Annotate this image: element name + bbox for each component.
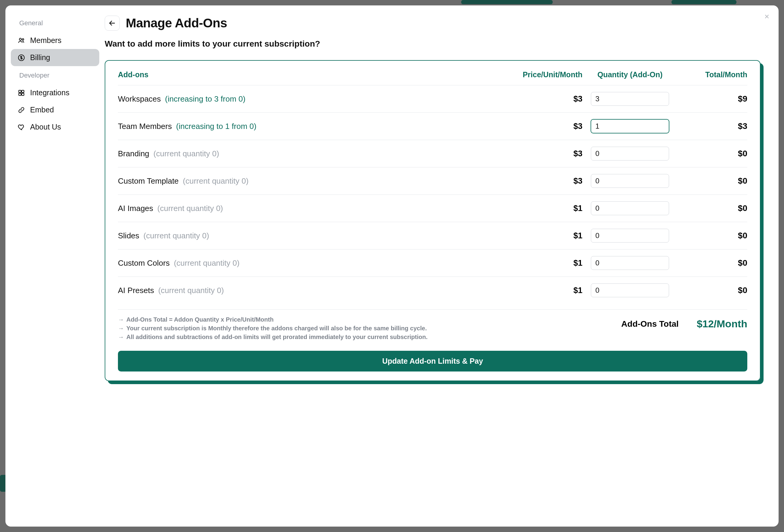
table-row: AI Presets(current quantity 0)$1$0 xyxy=(118,277,747,304)
quantity-input[interactable] xyxy=(591,229,669,242)
addon-total: $0 xyxy=(675,286,747,295)
sidebar-item-about-us[interactable]: About Us xyxy=(11,118,99,136)
link-icon xyxy=(18,106,25,114)
users-icon xyxy=(18,37,25,45)
svg-point-0 xyxy=(19,38,21,40)
table-row: Branding(current quantity 0)$3$0 xyxy=(118,140,747,168)
addon-total: $9 xyxy=(675,94,747,104)
footnote-text: Add-Ons Total = Addon Quantity x Price/U… xyxy=(127,316,274,323)
addon-total: $0 xyxy=(675,258,747,268)
addon-note: (current quantity 0) xyxy=(143,231,209,240)
quantity-input[interactable] xyxy=(591,256,669,270)
integrations-icon xyxy=(18,89,25,97)
table-header: Add-ons Price/Unit/Month Quantity (Add-O… xyxy=(118,70,747,85)
quantity-input[interactable] xyxy=(591,284,669,297)
dollar-circle-icon xyxy=(18,54,25,62)
addon-price: $3 xyxy=(507,176,585,186)
sidebar-item-integrations[interactable]: Integrations xyxy=(11,84,99,101)
svg-rect-3 xyxy=(19,90,21,93)
sidebar: General Members Billing Developer Integr… xyxy=(5,5,105,527)
quantity-stepper xyxy=(591,256,669,270)
heart-icon xyxy=(18,123,25,131)
addon-total: $0 xyxy=(675,149,747,158)
addon-price: $3 xyxy=(507,122,585,131)
quantity-input[interactable] xyxy=(591,147,669,160)
addon-note: (current quantity 0) xyxy=(174,259,240,267)
arrow-icon: → xyxy=(118,334,124,341)
arrow-icon: → xyxy=(118,325,124,332)
footnote-text: Your current subscription is Monthly the… xyxy=(127,325,427,332)
quantity-stepper xyxy=(591,201,669,215)
addon-price: $3 xyxy=(507,94,585,104)
addon-price: $3 xyxy=(507,149,585,158)
table-row: Custom Colors(current quantity 0)$1$0 xyxy=(118,249,747,277)
totals: Add-Ons Total $12/Month xyxy=(621,318,747,330)
table-row: Workspaces(increasing to 3 from 0)$3$9 xyxy=(118,85,747,113)
quantity-input[interactable] xyxy=(591,92,669,106)
quantity-input[interactable] xyxy=(591,202,669,215)
arrow-icon: → xyxy=(118,316,124,323)
modal: General Members Billing Developer Integr… xyxy=(5,5,779,527)
addon-name: AI Images xyxy=(118,204,153,213)
backdrop-button xyxy=(461,0,553,4)
addon-total: $0 xyxy=(675,204,747,213)
sidebar-item-label: About Us xyxy=(30,123,61,131)
quantity-stepper xyxy=(591,147,669,160)
sidebar-item-embed[interactable]: Embed xyxy=(11,101,99,118)
main-content: Manage Add-Ons Want to add more limits t… xyxy=(105,5,779,527)
col-qty: Quantity (Add-On) xyxy=(585,70,675,79)
quantity-stepper xyxy=(591,119,669,133)
back-button[interactable] xyxy=(105,16,120,31)
table-row: Team Members(increasing to 1 from 0)$3$3 xyxy=(118,113,747,140)
col-total: Total/Month xyxy=(675,70,747,79)
divider xyxy=(118,309,747,309)
addon-total: $0 xyxy=(675,231,747,240)
addon-total: $0 xyxy=(675,176,747,186)
close-button[interactable] xyxy=(762,12,772,21)
sidebar-item-billing[interactable]: Billing xyxy=(11,49,99,66)
quantity-input[interactable] xyxy=(591,120,669,133)
addon-note: (increasing to 3 from 0) xyxy=(165,94,246,104)
sidebar-heading-general: General xyxy=(19,19,99,27)
addon-name: Custom Template xyxy=(118,176,179,185)
sidebar-heading-developer: Developer xyxy=(19,71,99,79)
sidebar-item-label: Embed xyxy=(30,106,54,114)
col-price: Price/Unit/Month xyxy=(507,70,585,79)
svg-point-1 xyxy=(22,38,24,40)
addon-note: (increasing to 1 from 0) xyxy=(176,122,256,131)
addon-name: AI Presets xyxy=(118,286,154,295)
sidebar-item-label: Members xyxy=(30,36,61,45)
addon-price: $1 xyxy=(507,259,585,268)
sidebar-item-label: Billing xyxy=(30,53,50,62)
addon-note: (current quantity 0) xyxy=(158,286,224,295)
addon-price: $1 xyxy=(507,286,585,295)
quantity-stepper xyxy=(591,229,669,242)
quantity-stepper xyxy=(591,92,669,106)
addons-card: Add-ons Price/Unit/Month Quantity (Add-O… xyxy=(105,60,760,381)
svg-rect-5 xyxy=(19,93,21,96)
page-title: Manage Add-Ons xyxy=(126,16,227,30)
page-subtitle: Want to add more limits to your current … xyxy=(105,39,760,49)
totals-value: $12/Month xyxy=(697,318,747,330)
addon-name: Team Members xyxy=(118,122,172,131)
update-and-pay-button[interactable]: Update Add-on Limits & Pay xyxy=(118,351,747,372)
svg-rect-6 xyxy=(22,93,24,96)
addon-name: Branding xyxy=(118,149,149,158)
addon-note: (current quantity 0) xyxy=(183,176,249,185)
addon-note: (current quantity 0) xyxy=(157,204,223,213)
footnotes: →Add-Ons Total = Addon Quantity x Price/… xyxy=(118,316,609,342)
quantity-stepper xyxy=(591,174,669,188)
table-row: AI Images(current quantity 0)$1$0 xyxy=(118,195,747,222)
footnote-text: All additions and subtractions of add-on… xyxy=(127,334,427,341)
sidebar-item-label: Integrations xyxy=(30,88,69,97)
addon-name: Custom Colors xyxy=(118,259,170,267)
addon-note: (current quantity 0) xyxy=(153,149,219,158)
table-row: Custom Template(current quantity 0)$3$0 xyxy=(118,168,747,195)
svg-rect-4 xyxy=(22,90,24,93)
backdrop-button xyxy=(671,0,736,4)
addon-total: $3 xyxy=(675,121,747,131)
col-addons: Add-ons xyxy=(118,70,507,79)
quantity-input[interactable] xyxy=(591,174,669,187)
quantity-stepper xyxy=(591,284,669,297)
sidebar-item-members[interactable]: Members xyxy=(11,32,99,49)
